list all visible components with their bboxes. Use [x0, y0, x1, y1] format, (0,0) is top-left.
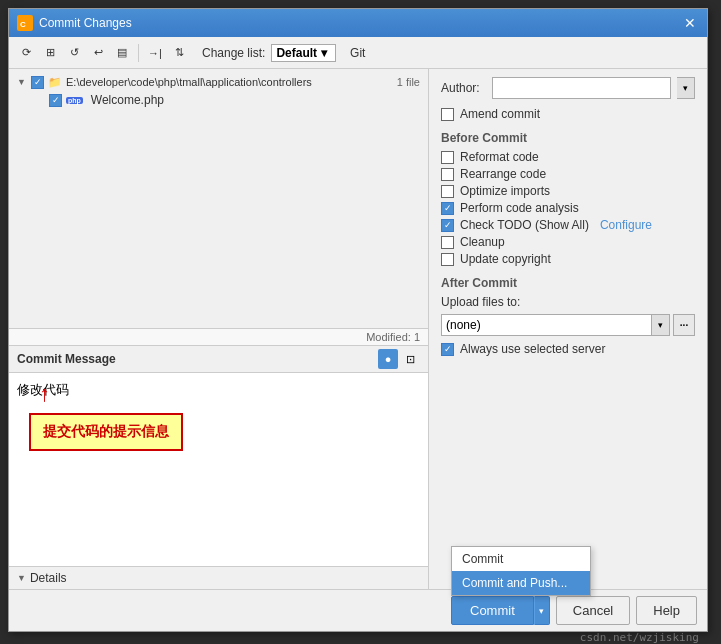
commit-dropdown-menu: Commit Commit and Push... [451, 546, 591, 596]
update-copyright-row: Update copyright [441, 252, 695, 266]
commit-message-header: Commit Message ● ⊡ [9, 346, 428, 373]
bottom-bar: Commit Commit and Push... Commit ▾ Cance… [9, 589, 707, 631]
upload-select[interactable]: (none) [441, 314, 652, 336]
main-content: ▼ ✓ 📁 E:\developer\code\php\tmall\applic… [9, 69, 707, 589]
modified-label: Modified: 1 [366, 331, 420, 343]
tree-count: 1 file [397, 76, 420, 88]
file-tree: ▼ ✓ 📁 E:\developer\code\php\tmall\applic… [9, 69, 428, 329]
tree-expand-icon: ▼ [17, 77, 27, 87]
svg-text:C: C [20, 20, 26, 29]
tooltip-box: 提交代码的提示信息 [29, 413, 183, 451]
toolbar-diff-btn[interactable]: ⊞ [39, 42, 61, 64]
tree-root-checkbox[interactable]: ✓ [31, 76, 44, 89]
upload-label: Upload files to: [441, 295, 520, 309]
php-icon: php [66, 97, 83, 104]
close-button[interactable]: ✕ [681, 14, 699, 32]
always-use-server-row: ✓ Always use selected server [441, 342, 695, 356]
tree-file-label: Welcome.php [91, 93, 164, 107]
optimize-imports-checkbox[interactable] [441, 185, 454, 198]
git-label: Git [350, 46, 365, 60]
modified-bar: Modified: 1 [9, 329, 428, 346]
dialog-icon: C [17, 15, 33, 31]
reformat-code-row: Reformat code [441, 150, 695, 164]
toolbar-settings-btn[interactable]: ▤ [111, 42, 133, 64]
upload-row: Upload files to: [441, 295, 695, 309]
toolbar-refresh-btn[interactable]: ⟳ [15, 42, 37, 64]
help-button[interactable]: Help [636, 596, 697, 625]
tree-file-checkbox[interactable]: ✓ [49, 94, 62, 107]
commit-button-group: Commit Commit and Push... Commit ▾ [451, 596, 550, 625]
check-todo-checkbox[interactable]: ✓ [441, 219, 454, 232]
changelist-arrow-icon: ▾ [321, 46, 327, 60]
rearrange-code-row: Rearrange code [441, 167, 695, 181]
cleanup-checkbox[interactable] [441, 236, 454, 249]
commit-message-tools: ● ⊡ [378, 349, 420, 369]
author-input[interactable] [492, 77, 671, 99]
commit-msg-history-btn[interactable]: ⊡ [400, 349, 420, 369]
cleanup-row: Cleanup [441, 235, 695, 249]
commit-button[interactable]: Commit [451, 596, 534, 625]
update-copyright-checkbox[interactable] [441, 253, 454, 266]
perform-analysis-row: ✓ Perform code analysis [441, 201, 695, 215]
perform-analysis-checkbox[interactable]: ✓ [441, 202, 454, 215]
details-label: Details [30, 571, 67, 585]
dropdown-commit-item[interactable]: Commit [452, 547, 590, 571]
commit-message-label: Commit Message [17, 352, 116, 366]
author-row: Author: ▾ [441, 77, 695, 99]
update-copyright-label[interactable]: Update copyright [460, 252, 551, 266]
commit-dialog: C Commit Changes ✕ ⟳ ⊞ ↺ ↩ ▤ →| ⇅ Change… [8, 8, 708, 632]
commit-message-body: 修改代码 ↑ 提交代码的提示信息 [9, 373, 428, 566]
check-todo-row: ✓ Check TODO (Show All) Configure [441, 218, 695, 232]
upload-select-arrow-btn[interactable]: ▾ [652, 314, 670, 336]
configure-link[interactable]: Configure [600, 218, 652, 232]
before-commit-header: Before Commit [441, 131, 695, 145]
tree-file-item[interactable]: ✓ php Welcome.php [13, 91, 424, 109]
upload-dots-btn[interactable]: ··· [673, 314, 695, 336]
tree-root-item[interactable]: ▼ ✓ 📁 E:\developer\code\php\tmall\applic… [13, 73, 424, 91]
dialog-title: Commit Changes [39, 16, 132, 30]
changelist-label: Change list: [202, 46, 265, 60]
optimize-imports-label[interactable]: Optimize imports [460, 184, 550, 198]
always-use-server-label[interactable]: Always use selected server [460, 342, 605, 356]
toolbar-sep-1 [138, 44, 139, 62]
toolbar-undo-btn[interactable]: ↩ [87, 42, 109, 64]
tooltip-text: 提交代码的提示信息 [43, 423, 169, 439]
amend-commit-checkbox[interactable] [441, 108, 454, 121]
tree-root-label: E:\developer\code\php\tmall\application\… [66, 76, 312, 88]
author-dropdown-btn[interactable]: ▾ [677, 77, 695, 99]
amend-commit-row: Amend commit [441, 107, 695, 121]
cleanup-label[interactable]: Cleanup [460, 235, 505, 249]
toolbar: ⟳ ⊞ ↺ ↩ ▤ →| ⇅ Change list: Default ▾ Gi… [9, 37, 707, 69]
amend-commit-label[interactable]: Amend commit [460, 107, 540, 121]
arrow-indicator: ↑ [39, 381, 50, 407]
toolbar-move-right-btn[interactable]: →| [144, 42, 166, 64]
reformat-code-checkbox[interactable] [441, 151, 454, 164]
title-bar: C Commit Changes ✕ [9, 9, 707, 37]
optimize-imports-row: Optimize imports [441, 184, 695, 198]
changelist-dropdown[interactable]: Default ▾ [271, 44, 336, 62]
always-use-server-checkbox[interactable]: ✓ [441, 343, 454, 356]
commit-message-area: Commit Message ● ⊡ 修改代码 ↑ 提交代码的提示信息 [9, 346, 428, 566]
folder-icon: 📁 [48, 75, 62, 89]
toolbar-sort-btn[interactable]: ⇅ [168, 42, 190, 64]
after-commit-header: After Commit [441, 276, 695, 290]
author-label: Author: [441, 81, 486, 95]
toolbar-move-btn[interactable]: ↺ [63, 42, 85, 64]
cancel-button[interactable]: Cancel [556, 596, 630, 625]
commit-dropdown-toggle[interactable]: ▾ [534, 596, 550, 625]
left-panel: ▼ ✓ 📁 E:\developer\code\php\tmall\applic… [9, 69, 429, 589]
rearrange-code-checkbox[interactable] [441, 168, 454, 181]
dropdown-commit-push-item[interactable]: Commit and Push... [452, 571, 590, 595]
changelist-area: Change list: Default ▾ Git [202, 44, 365, 62]
reformat-code-label[interactable]: Reformat code [460, 150, 539, 164]
right-panel: Author: ▾ Amend commit Before Commit Ref… [429, 69, 707, 589]
perform-analysis-label[interactable]: Perform code analysis [460, 201, 579, 215]
details-section[interactable]: ▼ Details [9, 566, 428, 589]
commit-msg-record-btn[interactable]: ● [378, 349, 398, 369]
check-todo-label[interactable]: Check TODO (Show All) [460, 218, 589, 232]
commit-message-input[interactable]: 修改代码 [9, 373, 428, 566]
details-arrow-icon: ▼ [17, 573, 26, 583]
rearrange-code-label[interactable]: Rearrange code [460, 167, 546, 181]
